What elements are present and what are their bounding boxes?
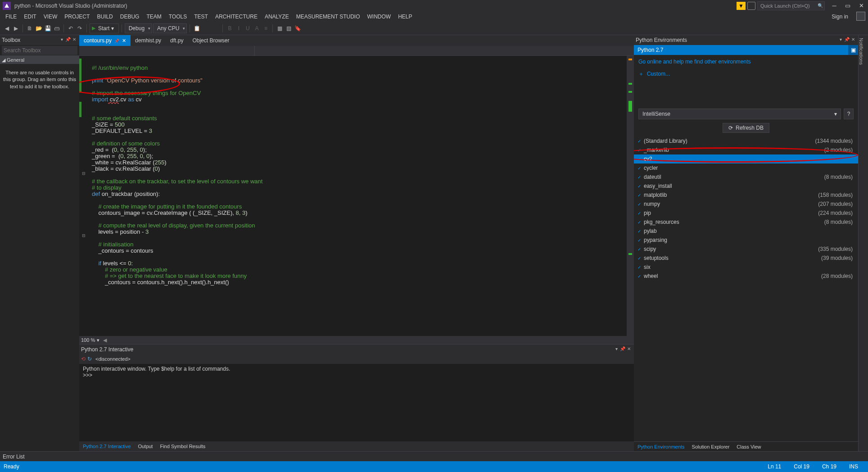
menu-test[interactable]: TEST — [190, 12, 212, 22]
bold-icon: B — [226, 24, 234, 32]
pyenv-custom-link[interactable]: ＋ Custom... — [634, 68, 858, 80]
pyenv-close-icon[interactable]: ✕ — [850, 37, 856, 43]
intellisense-dropdown[interactable]: IntelliSense▾ — [638, 109, 841, 119]
menu-debug[interactable]: DEBUG — [117, 12, 143, 22]
module-row-matplotlib[interactable]: ✓matplotlib(158 modules) — [634, 191, 858, 200]
toolbox-general-section[interactable]: ◢ General — [0, 56, 79, 64]
toolbox-search-input[interactable] — [2, 46, 77, 55]
config-dropdown[interactable]: Debug — [125, 23, 152, 33]
menu-measurement-studio[interactable]: MEASUREMENT STUDIO — [293, 12, 364, 22]
bookmark-icon[interactable]: 🔖 — [294, 24, 302, 32]
interactive-clear-icon[interactable]: ↻ — [87, 356, 92, 362]
quick-launch-input[interactable]: Quick Launch (Ctrl+Q) — [757, 1, 825, 10]
minimize-button[interactable]: ─ — [827, 1, 841, 11]
bottab-interactive[interactable]: Python 2.7 Interactive — [79, 441, 134, 451]
module-row-setuptools[interactable]: ✓setuptools(39 modules) — [634, 254, 858, 263]
bottab-find-symbol[interactable]: Find Symbol Results — [156, 441, 209, 451]
bottab-output[interactable]: Output — [134, 441, 156, 451]
interactive-output[interactable]: Python interactive window. Type $help fo… — [79, 364, 634, 441]
redo-icon[interactable]: ↷ — [76, 24, 84, 32]
start-button[interactable]: ▶Start ▾ — [90, 23, 119, 33]
misc-toolbar-icon[interactable]: 📋 — [193, 24, 201, 32]
feedback-icon[interactable] — [747, 2, 755, 10]
uncomment-icon[interactable]: ▧ — [285, 24, 293, 32]
nav-forward-icon[interactable]: ▶ — [12, 24, 20, 32]
refresh-db-button[interactable]: ⟳Refresh DB — [723, 123, 769, 133]
module-row-cv2[interactable]: ✓cv2 — [634, 154, 858, 163]
save-icon[interactable]: 💾 — [44, 24, 52, 32]
hscroll-left-icon[interactable]: ◀ — [103, 337, 107, 343]
code-editor[interactable]: #! /usr/bin/env python print "OpenCV Pyt… — [79, 56, 634, 336]
menu-architecture[interactable]: ARCHITECTURE — [212, 12, 261, 22]
save-all-icon[interactable]: 🗃 — [53, 24, 61, 32]
module-row-standardlibrary[interactable]: ✓(Standard Library)(1344 modules) — [634, 136, 858, 145]
pyenv-find-link[interactable]: Go online and help me find other environ… — [638, 59, 751, 65]
menu-build[interactable]: BUILD — [93, 12, 116, 22]
menu-project[interactable]: PROJECT — [61, 12, 93, 22]
pyenv-window-icon[interactable]: ▣ — [848, 45, 858, 55]
toolbox-pin-icon[interactable]: 📌 — [65, 37, 71, 43]
interactive-close-icon[interactable]: ✕ — [626, 346, 632, 353]
notifications-rail[interactable]: Notifications — [858, 35, 868, 451]
bottab-solution-explorer[interactable]: Solution Explorer — [688, 442, 733, 451]
tab-dft[interactable]: dft.py — [166, 35, 188, 46]
nav-back-icon[interactable]: ◀ — [3, 24, 11, 32]
notifications-filter-icon[interactable]: ▼ — [737, 2, 746, 10]
tab-contours[interactable]: contours.py📌✕ — [79, 35, 131, 46]
bottab-pyenv[interactable]: Python Environments — [634, 442, 688, 451]
comment-icon[interactable]: ▦ — [276, 24, 284, 32]
menu-help[interactable]: HELP — [394, 12, 416, 22]
pin-icon[interactable]: 📌 — [114, 39, 119, 43]
menu-tools[interactable]: TOOLS — [165, 12, 190, 22]
editor-scrollbar[interactable] — [627, 56, 634, 336]
editor-scope-dropdown[interactable] — [79, 46, 255, 55]
menu-analyze[interactable]: ANALYZE — [261, 12, 293, 22]
menu-view[interactable]: VIEW — [40, 12, 61, 22]
interactive-prompt: >>> — [83, 372, 92, 378]
menu-file[interactable]: FILE — [2, 12, 20, 22]
close-button[interactable]: ✕ — [854, 1, 868, 11]
interactive-scope-dropdown[interactable]: <disconnected> — [95, 356, 137, 362]
error-list-tab[interactable]: Error List — [0, 451, 868, 461]
module-row-markerlib[interactable]: ✓_markerlib(2 modules) — [634, 145, 858, 154]
module-row-numpy[interactable]: ✓numpy(207 modules) — [634, 200, 858, 209]
module-row-dateutil[interactable]: ✓dateutil(8 modules) — [634, 172, 858, 182]
module-row-wheel[interactable]: ✓wheel(28 modules) — [634, 272, 858, 281]
module-count: (1344 modules) — [815, 138, 858, 144]
platform-dropdown[interactable]: Any CPU — [153, 23, 187, 33]
sign-in-link[interactable]: Sign in — [828, 12, 854, 22]
zoom-value[interactable]: 100 % — [81, 337, 95, 343]
interactive-bottom-tabs: Python 2.7 Interactive Output Find Symbo… — [79, 441, 634, 451]
tab-demhist[interactable]: demhist.py — [131, 35, 166, 46]
editor-member-dropdown[interactable] — [255, 46, 634, 55]
bottab-class-view[interactable]: Class View — [733, 442, 764, 451]
tab-close-icon[interactable]: ✕ — [122, 38, 126, 43]
module-row-easyinstall[interactable]: ✓easy_install — [634, 182, 858, 191]
new-project-icon[interactable]: 🗎 — [26, 24, 34, 32]
menu-team[interactable]: TEAM — [143, 12, 165, 22]
module-row-six[interactable]: ✓six — [634, 263, 858, 272]
module-row-pip[interactable]: ✓pip(224 modules) — [634, 209, 858, 218]
tab-object-browser[interactable]: Object Browser — [188, 35, 234, 46]
open-file-icon[interactable]: 📂 — [35, 24, 43, 32]
toolbox-close-icon[interactable]: ✕ — [71, 37, 77, 43]
pyenv-header[interactable]: Python 2.7 ▣ — [634, 45, 858, 55]
undo-icon[interactable]: ↶ — [67, 24, 75, 32]
module-row-pkgresources[interactable]: ✓pkg_resources(8 modules) — [634, 218, 858, 227]
module-row-scipy[interactable]: ✓scipy(335 modules) — [634, 245, 858, 254]
user-icon[interactable] — [856, 12, 865, 21]
pyenv-dropdown-icon[interactable]: ▾ — [837, 37, 844, 43]
interactive-dropdown-icon[interactable]: ▾ — [613, 346, 619, 353]
pyenv-pin-icon[interactable]: 📌 — [844, 37, 850, 43]
menu-window[interactable]: WINDOW — [364, 12, 395, 22]
module-row-pyparsing[interactable]: ✓pyparsing — [634, 236, 858, 245]
interactive-pin-icon[interactable]: 📌 — [619, 346, 626, 353]
menu-edit[interactable]: EDIT — [20, 12, 40, 22]
module-row-cycler[interactable]: ✓cycler — [634, 163, 858, 172]
intellisense-help-button[interactable]: ? — [844, 109, 854, 119]
maximize-button[interactable]: ▭ — [841, 1, 854, 11]
toolbox-dropdown-icon[interactable]: ▾ — [59, 37, 65, 43]
zoom-dropdown-icon[interactable]: ▾ — [97, 337, 99, 343]
interactive-reset-icon[interactable]: ⟲ — [81, 356, 86, 362]
module-row-pylab[interactable]: ✓pylab — [634, 227, 858, 236]
